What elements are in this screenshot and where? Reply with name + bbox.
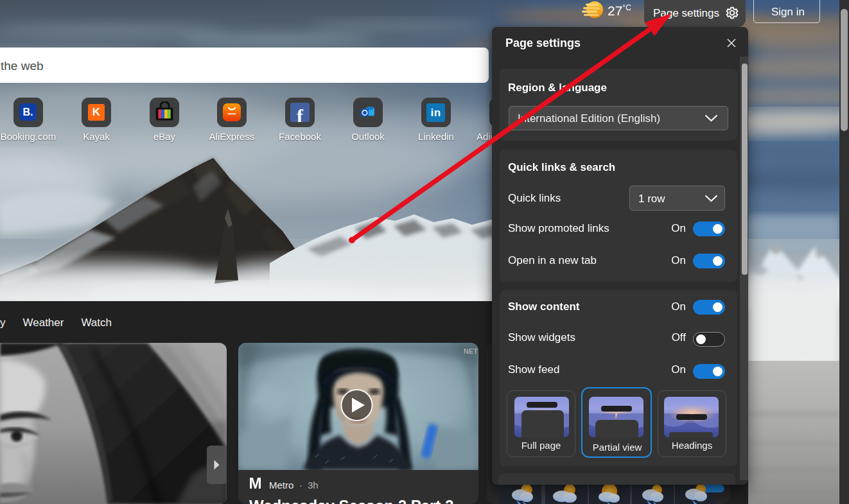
svg-text:NET: NET (464, 347, 478, 355)
